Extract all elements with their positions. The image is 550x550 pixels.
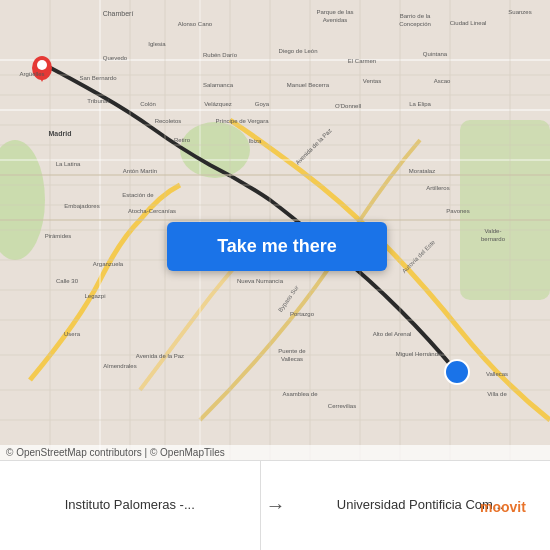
svg-text:Ciudad Lineal: Ciudad Lineal xyxy=(450,20,487,26)
from-label: Instituto Palomeras -... xyxy=(65,497,195,514)
svg-text:Portazgo: Portazgo xyxy=(290,311,315,317)
svg-text:Legazpi: Legazpi xyxy=(84,293,105,299)
svg-text:El Carmen: El Carmen xyxy=(348,58,376,64)
svg-text:Concepción: Concepción xyxy=(399,21,431,27)
svg-text:Usera: Usera xyxy=(64,331,81,337)
svg-text:Nueva Numancia: Nueva Numancia xyxy=(237,278,284,284)
moovit-logo: moovit xyxy=(470,460,550,550)
svg-text:Pavones: Pavones xyxy=(446,208,469,214)
svg-text:Arganzuela: Arganzuela xyxy=(93,261,124,267)
svg-text:Velázquez: Velázquez xyxy=(204,101,232,107)
svg-text:Quevedo: Quevedo xyxy=(103,55,128,61)
svg-text:Retiro: Retiro xyxy=(174,137,191,143)
map-container: Chamberí Alonso Cano Parque de las Aveni… xyxy=(0,0,550,460)
copyright-bar: © OpenStreetMap contributors | © OpenMap… xyxy=(0,445,550,460)
svg-text:Salamanca: Salamanca xyxy=(203,82,234,88)
svg-text:Tribunal: Tribunal xyxy=(87,98,108,104)
svg-text:Estación de: Estación de xyxy=(122,192,154,198)
svg-text:Pirámides: Pirámides xyxy=(45,233,72,239)
svg-text:Quintana: Quintana xyxy=(423,51,448,57)
svg-text:Manuel Becerra: Manuel Becerra xyxy=(287,82,330,88)
svg-text:San Bernardo: San Bernardo xyxy=(79,75,117,81)
svg-text:Puente de: Puente de xyxy=(278,348,306,354)
svg-text:Ventas: Ventas xyxy=(363,78,381,84)
svg-text:Alto del Arenal: Alto del Arenal xyxy=(373,331,412,337)
svg-rect-3 xyxy=(460,120,550,300)
svg-text:Almendrales: Almendrales xyxy=(103,363,136,369)
svg-text:Avenidas: Avenidas xyxy=(323,17,348,23)
svg-text:Alonso Cano: Alonso Cano xyxy=(178,21,213,27)
svg-text:Vallecas: Vallecas xyxy=(281,356,303,362)
svg-text:Moratalaz: Moratalaz xyxy=(409,168,435,174)
svg-text:Iglesia: Iglesia xyxy=(148,41,166,47)
bottom-bar: Instituto Palomeras -... → Universidad P… xyxy=(0,460,550,550)
svg-text:Vallecas: Vallecas xyxy=(486,371,508,377)
take-me-there-button[interactable]: Take me there xyxy=(167,222,387,271)
route-from[interactable]: Instituto Palomeras -... xyxy=(0,461,261,550)
svg-text:Recoletos: Recoletos xyxy=(155,118,182,124)
svg-text:Villa de: Villa de xyxy=(487,391,507,397)
arrow-icon: → xyxy=(261,494,291,517)
svg-text:Ascao: Ascao xyxy=(434,78,451,84)
svg-text:Calle 30: Calle 30 xyxy=(56,278,79,284)
svg-text:O'Donnell: O'Donnell xyxy=(335,103,361,109)
svg-text:Artilleros: Artilleros xyxy=(426,185,449,191)
svg-text:La Latina: La Latina xyxy=(56,161,81,167)
svg-text:Barrio de la: Barrio de la xyxy=(400,13,431,19)
copyright-text: © OpenStreetMap contributors | © OpenMap… xyxy=(6,447,225,458)
svg-text:Cerrevilias: Cerrevilias xyxy=(328,403,356,409)
svg-text:Parque de las: Parque de las xyxy=(316,9,353,15)
svg-point-34 xyxy=(445,360,469,384)
svg-text:Avenida de la Paz: Avenida de la Paz xyxy=(136,353,184,359)
svg-text:Chamberí: Chamberí xyxy=(103,10,134,17)
svg-text:Madrid: Madrid xyxy=(49,130,72,137)
svg-text:Embajadores: Embajadores xyxy=(64,203,99,209)
svg-text:La Elipa: La Elipa xyxy=(409,101,431,107)
svg-text:bernardo: bernardo xyxy=(481,236,506,242)
svg-text:Asamblea de: Asamblea de xyxy=(282,391,318,397)
svg-text:Rubén Darío: Rubén Darío xyxy=(203,52,238,58)
svg-text:Argüelles: Argüelles xyxy=(19,71,44,77)
svg-text:Valde-: Valde- xyxy=(485,228,502,234)
svg-text:Diego de León: Diego de León xyxy=(278,48,317,54)
svg-text:Miguel Hernández: Miguel Hernández xyxy=(396,351,445,357)
svg-text:Goya: Goya xyxy=(255,101,270,107)
svg-point-37 xyxy=(37,60,47,70)
svg-text:Atocha-Cercanías: Atocha-Cercanías xyxy=(128,208,176,214)
svg-text:Suanzes: Suanzes xyxy=(508,9,531,15)
svg-text:moovit: moovit xyxy=(480,499,526,515)
svg-text:Antón Martín: Antón Martín xyxy=(123,168,157,174)
svg-text:Príncipe de Vergara: Príncipe de Vergara xyxy=(215,118,269,124)
svg-text:Ibiza: Ibiza xyxy=(249,138,262,144)
svg-text:Colón: Colón xyxy=(140,101,156,107)
